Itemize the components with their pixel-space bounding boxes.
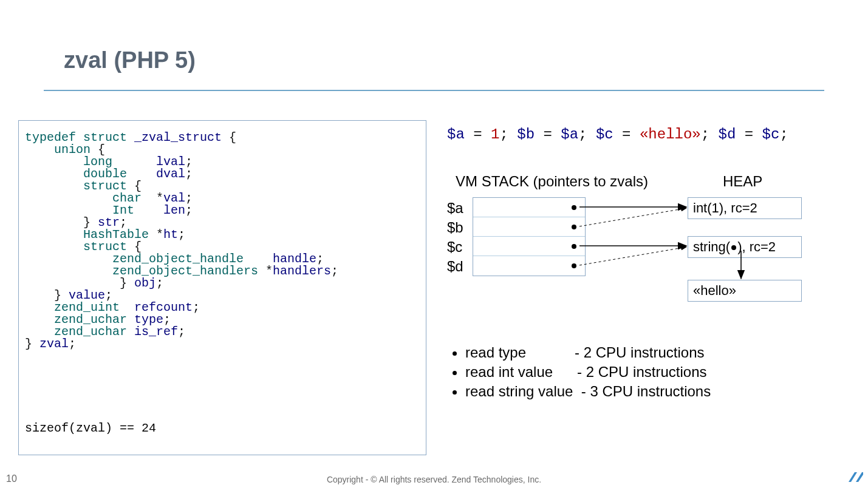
variable-names: $a$b$c$d bbox=[447, 198, 463, 276]
footer: 10 Copyright - © All rights reserved. Ze… bbox=[0, 470, 868, 484]
bullet-item: read type - 2 CPU instructions bbox=[465, 343, 842, 362]
svg-line-1 bbox=[579, 208, 686, 226]
pointer-dot-icon bbox=[572, 225, 576, 229]
bullet-item: read string value - 3 CPU instructions bbox=[465, 382, 842, 401]
bullet-item: read int value - 2 CPU instructions bbox=[465, 362, 842, 382]
sizeof-line: sizeof(zval) == 24 bbox=[25, 421, 156, 435]
slide-title: zval (PHP 5) bbox=[64, 47, 196, 73]
stack-cell bbox=[473, 198, 585, 217]
heap-label: HEAP bbox=[723, 173, 762, 190]
stack-box bbox=[473, 197, 586, 276]
divider bbox=[44, 90, 824, 91]
code-block: typedef struct _zval_struct { union { lo… bbox=[18, 120, 426, 455]
page-number: 10 bbox=[6, 473, 17, 484]
copyright: Copyright - © All rights reserved. Zend … bbox=[327, 475, 541, 484]
heap-int-box: int(1), rc=2 bbox=[688, 197, 802, 219]
code-listing: typedef struct _zval_struct { union { lo… bbox=[25, 132, 420, 350]
zend-logo-icon bbox=[849, 471, 863, 483]
pointer-dot-icon bbox=[572, 263, 576, 268]
vm-stack-label: VM STACK (pointers to zvals) bbox=[456, 173, 648, 190]
pointer-dot-icon bbox=[731, 245, 736, 250]
heap-string-prefix: string( bbox=[693, 239, 730, 254]
variable-label: $d bbox=[447, 257, 463, 276]
variable-label: $c bbox=[447, 237, 463, 257]
pointer-dot-icon bbox=[572, 244, 576, 249]
php-assignments: $a = 1; $b = $a; $c = «hello»; $d = $c; bbox=[447, 126, 842, 143]
heap-string-box: string(), rc=2 bbox=[688, 236, 802, 258]
stack-cell bbox=[473, 217, 585, 237]
memory-diagram: VM STACK (pointers to zvals) HEAP $a$b$c… bbox=[447, 173, 842, 331]
right-column: $a = 1; $b = $a; $c = «hello»; $d = $c; … bbox=[447, 126, 842, 401]
cpu-bullets: read type - 2 CPU instructionsread int v… bbox=[447, 343, 842, 401]
variable-label: $a bbox=[447, 198, 463, 218]
variable-label: $b bbox=[447, 218, 463, 237]
heap-string-suffix: ), rc=2 bbox=[737, 239, 776, 254]
stack-cell bbox=[473, 256, 585, 276]
stack-cell bbox=[473, 237, 585, 256]
svg-line-3 bbox=[579, 247, 686, 265]
heap-hello-box: «hello» bbox=[688, 280, 802, 302]
pointer-dot-icon bbox=[572, 205, 576, 210]
